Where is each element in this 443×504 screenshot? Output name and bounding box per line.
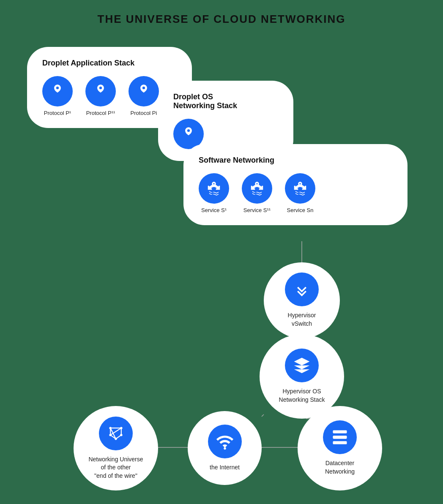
svg-point-24 — [344, 431, 345, 433]
protocol-pi-icon — [129, 76, 159, 106]
protocol-p1-label: Protocol P¹ — [44, 110, 71, 116]
software-networking-panel: Software Networking Service S¹ Service S… — [183, 144, 407, 225]
software-networking-icons: Service S¹ Service S¹¹ Service Sn — [199, 173, 392, 213]
hypervisor-os-icon — [285, 349, 319, 382]
hypervisor-os-panel: Hypervisor OS Networking Stack — [260, 334, 344, 419]
droplet-app-stack-title: Droplet Application Stack — [42, 59, 177, 68]
protocol-p11-label: Protocol P¹¹ — [86, 110, 115, 116]
internet-icon — [208, 425, 242, 458]
svg-point-20 — [224, 447, 226, 450]
protocol-pi-label: Protocol Pi — [131, 110, 157, 116]
svg-line-5 — [262, 414, 264, 417]
service-sn-item: Service Sn — [285, 173, 315, 213]
hypervisor-os-label: Hypervisor OS Networking Stack — [279, 387, 325, 404]
protocol-pi-item: Protocol Pi — [129, 76, 159, 116]
service-s11-icon — [242, 173, 272, 204]
datacenter-icon — [323, 420, 357, 454]
service-s1-label: Service S¹ — [201, 207, 227, 213]
svg-point-26 — [344, 442, 345, 444]
hypervisor-vswitch-icon — [285, 272, 319, 306]
net-universe-icon — [99, 417, 133, 450]
datacenter-panel: Datacenter Networking — [298, 406, 382, 490]
protocol-p1-icon — [42, 76, 73, 106]
service-sn-label: Service Sn — [287, 207, 314, 213]
internet-label: the Internet — [210, 463, 240, 472]
service-s1-icon — [199, 173, 229, 204]
service-s11-label: Service S¹¹ — [243, 207, 271, 213]
svg-point-25 — [344, 437, 345, 439]
software-networking-title: Software Networking — [199, 156, 392, 165]
protocol-p11-item: Protocol P¹¹ — [85, 76, 116, 116]
internet-panel: the Internet — [188, 411, 262, 485]
service-sn-icon — [285, 173, 315, 204]
svg-line-17 — [116, 435, 121, 439]
net-universe-panel: Networking Universeof the other"end of t… — [74, 406, 158, 490]
net-universe-label: Networking Universeof the other"end of t… — [84, 455, 147, 480]
hypervisor-vswitch-label: Hypervisor vSwitch — [288, 311, 316, 328]
protocol-p11-icon — [85, 76, 116, 106]
service-s1-item: Service S¹ — [199, 173, 229, 213]
page-title: THE UNIVERSE OF CLOUD NETWORKING — [98, 13, 346, 26]
droplet-app-stack-icons: Protocol P¹ Protocol P¹¹ Protocol Pi — [42, 76, 177, 116]
droplet-os-stack-title: Droplet OS Networking Stack — [173, 93, 278, 110]
service-s11-item: Service S¹¹ — [242, 173, 272, 213]
protocol-p1-item: Protocol P¹ — [42, 76, 73, 116]
datacenter-label: Datacenter Networking — [325, 459, 355, 476]
hypervisor-vswitch-panel: Hypervisor vSwitch — [264, 262, 340, 338]
